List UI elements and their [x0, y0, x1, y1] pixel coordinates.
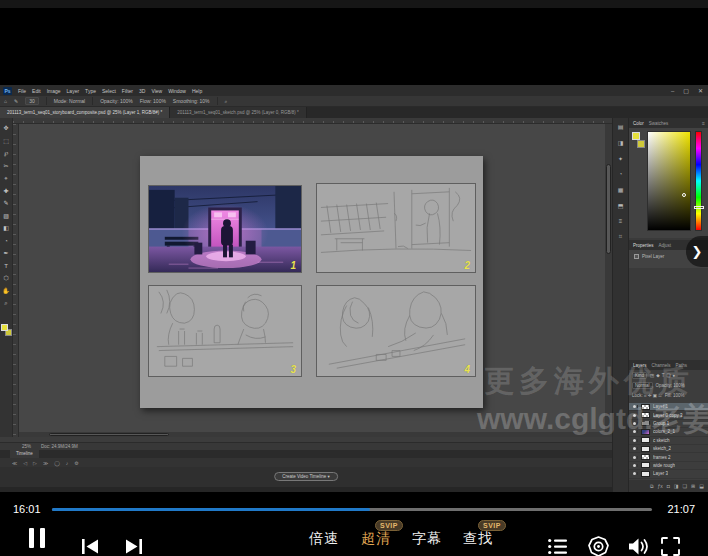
- storyboard-panel-1-color[interactable]: 1: [148, 185, 302, 273]
- transport-button[interactable]: ⚙: [74, 460, 78, 466]
- layer-visibility-toggle[interactable]: [631, 414, 638, 417]
- storyboard-panel-2-sketch[interactable]: 2: [316, 183, 476, 273]
- storyboard-panel-3-sketch[interactable]: 3: [148, 285, 302, 377]
- panel-dock-icon[interactable]: ⬒: [618, 202, 624, 209]
- search-in-video-button[interactable]: 查找: [463, 530, 493, 548]
- canvas-vertical-scrollbar[interactable]: [605, 124, 612, 437]
- smoothing-dropdown[interactable]: Smoothing: 10%: [173, 98, 210, 104]
- home-icon[interactable]: ⌂: [4, 98, 7, 104]
- tool-icon[interactable]: ✒: [3, 247, 8, 260]
- background-color-swatch[interactable]: [637, 140, 645, 148]
- playlist-icon[interactable]: [548, 538, 567, 555]
- search-icon[interactable]: ⌕: [225, 98, 228, 105]
- layer-row[interactable]: Layer 0 copy 3: [629, 411, 708, 419]
- playlist-drawer-toggle[interactable]: ❯: [686, 236, 708, 267]
- layer-row[interactable]: c sketch: [629, 437, 708, 445]
- canvas-horizontal-scrollbar[interactable]: [19, 432, 605, 437]
- menu-item[interactable]: View: [151, 88, 162, 94]
- layer-visibility-toggle[interactable]: [631, 439, 638, 442]
- quality-button[interactable]: 超清: [361, 530, 391, 548]
- menu-item[interactable]: Edit: [32, 88, 41, 94]
- color-picker-marker[interactable]: [682, 193, 686, 197]
- transport-button[interactable]: ◁: [23, 460, 27, 466]
- window-control-button[interactable]: ✕: [698, 87, 703, 94]
- tool-icon[interactable]: T: [4, 260, 8, 273]
- panel-dock-icon[interactable]: ◨: [618, 139, 624, 146]
- lock-buttons[interactable]: Lock: ⌗ ✛ ▣ ⚿: [632, 393, 662, 398]
- panel-dock-icon[interactable]: ✦: [618, 155, 623, 162]
- layer-visibility-toggle[interactable]: [631, 422, 638, 425]
- tab-color[interactable]: Color: [633, 121, 644, 126]
- menu-item[interactable]: Layer: [67, 88, 80, 94]
- hue-slider[interactable]: [695, 131, 702, 231]
- tool-icon[interactable]: ▨: [3, 210, 9, 223]
- next-episode-button[interactable]: [125, 539, 143, 554]
- blend-mode-dropdown[interactable]: Normal: [632, 382, 653, 389]
- layers-footer-icon[interactable]: ⊞: [691, 483, 695, 489]
- layer-row[interactable]: Layer 1: [629, 403, 708, 411]
- menu-item[interactable]: Select: [102, 88, 116, 94]
- volume-icon[interactable]: [628, 537, 650, 556]
- transport-button[interactable]: ♪: [66, 460, 69, 466]
- tool-icon[interactable]: ◔: [4, 235, 8, 248]
- transport-button[interactable]: ≪: [12, 460, 17, 466]
- tool-icon[interactable]: ⬚: [3, 135, 9, 148]
- zoom-level[interactable]: 25%: [22, 444, 31, 449]
- pause-button[interactable]: [29, 528, 48, 548]
- layer-visibility-toggle[interactable]: [631, 464, 638, 467]
- layer-filter-icon[interactable]: ◳: [650, 373, 654, 378]
- foreground-background-swatches[interactable]: [1, 324, 12, 336]
- tab-swatches[interactable]: Swatches: [649, 121, 669, 126]
- subtitles-button[interactable]: 字幕: [412, 530, 442, 548]
- tool-icon[interactable]: ✋: [2, 285, 10, 298]
- menu-item[interactable]: Image: [47, 88, 61, 94]
- document-tab[interactable]: 201113_term1_seq01_sketch.psd @ 25% (Lay…: [170, 107, 306, 118]
- layers-footer-icon[interactable]: ⧉: [650, 483, 654, 490]
- fullscreen-icon[interactable]: [661, 537, 680, 556]
- create-video-timeline-button[interactable]: Create Video Timeline ▾: [274, 472, 338, 481]
- layer-visibility-toggle[interactable]: [631, 430, 638, 433]
- layer-filter-icon[interactable]: ●: [673, 373, 676, 378]
- saturation-brightness-picker[interactable]: [647, 131, 691, 231]
- previous-episode-button[interactable]: [81, 539, 99, 554]
- layers-footer-icon[interactable]: ⬓: [699, 483, 704, 489]
- storyboard-artboard[interactable]: 1 2: [140, 156, 483, 408]
- menu-item[interactable]: 3D: [139, 88, 145, 94]
- window-control-button[interactable]: –: [671, 88, 674, 94]
- layer-row[interactable]: sketch_2: [629, 445, 708, 453]
- opacity-dropdown[interactable]: Opacity: 100%: [100, 98, 133, 104]
- tab-adjustments[interactable]: Adjust: [659, 243, 672, 248]
- tool-icon[interactable]: ⌖: [4, 172, 7, 185]
- panel-dock-icon[interactable]: ▤: [618, 123, 624, 130]
- menu-item[interactable]: Window: [168, 88, 186, 94]
- foreground-color-swatch[interactable]: [632, 132, 640, 140]
- layer-visibility-toggle[interactable]: [631, 405, 638, 408]
- transport-button[interactable]: ≫: [43, 460, 48, 466]
- tool-icon[interactable]: ℘: [4, 147, 8, 160]
- seek-bar[interactable]: [52, 508, 652, 511]
- flow-dropdown[interactable]: Flow: 100%: [140, 98, 166, 104]
- layer-filter-icon[interactable]: T: [662, 373, 665, 378]
- layer-filter-kind-dropdown[interactable]: Kind: [632, 372, 647, 379]
- tool-icon[interactable]: ◧: [3, 222, 9, 235]
- opacity-field[interactable]: Opacity: 100%: [656, 383, 685, 388]
- panel-dock-icon[interactable]: ▦: [618, 186, 624, 193]
- menu-item[interactable]: File: [18, 88, 26, 94]
- tool-icon[interactable]: ✂: [3, 160, 8, 173]
- layer-row[interactable]: colors_2_1: [629, 428, 708, 436]
- mode-dropdown[interactable]: Mode: Normal: [54, 98, 85, 104]
- tab-layers[interactable]: Layers: [633, 363, 647, 368]
- layer-filter-icon[interactable]: ◆: [656, 373, 659, 378]
- brush-size-dropdown[interactable]: 30: [25, 97, 39, 105]
- layer-row[interactable]: wide rough: [629, 462, 708, 470]
- menu-item[interactable]: Filter: [122, 88, 133, 94]
- tool-icon[interactable]: ✎: [3, 197, 8, 210]
- layers-footer-icon[interactable]: ƒx: [658, 483, 663, 489]
- tab-paths[interactable]: Paths: [676, 363, 688, 368]
- tab-properties[interactable]: Properties: [633, 243, 654, 248]
- layer-row[interactable]: frames 2: [629, 453, 708, 461]
- menu-item[interactable]: Help: [192, 88, 202, 94]
- document-tab[interactable]: 201113_term1_seq01_storyboard_composite.…: [0, 107, 170, 118]
- playback-speed-button[interactable]: 倍速: [309, 530, 339, 548]
- tool-icon[interactable]: ✥: [3, 122, 8, 135]
